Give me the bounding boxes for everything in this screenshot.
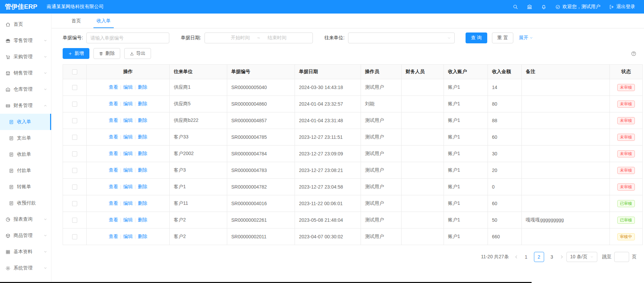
view-link[interactable]: 查看 [109, 117, 118, 123]
page-button-1[interactable]: 1 [521, 252, 531, 262]
user-welcome[interactable]: 欢迎您，测试用户 [555, 4, 600, 10]
view-link[interactable]: 查看 [109, 217, 118, 222]
export-button-label: 导出 [136, 50, 146, 57]
edit-link[interactable]: 编辑 [123, 234, 133, 239]
view-link[interactable]: 查看 [109, 184, 118, 189]
edit-link[interactable]: 编辑 [123, 184, 133, 189]
help-icon[interactable] [631, 51, 637, 57]
view-link[interactable]: 查看 [109, 167, 118, 173]
add-button[interactable]: 新增 [63, 48, 89, 59]
page-size-select[interactable]: 10 条/页 [566, 252, 597, 262]
row-checkbox[interactable] [72, 201, 77, 206]
view-link[interactable]: 查看 [109, 101, 118, 106]
chevron-left-icon[interactable] [514, 255, 518, 259]
row-delete-link[interactable]: 删除 [138, 217, 147, 222]
edit-link[interactable]: 编辑 [123, 217, 133, 222]
reset-button[interactable]: 重 置 [492, 32, 514, 43]
row-checkbox[interactable] [72, 85, 77, 90]
partner-select[interactable] [348, 32, 455, 43]
edit-link[interactable]: 编辑 [123, 151, 133, 156]
sidebar-item-report[interactable]: 报表查询 [0, 211, 51, 227]
row-checkbox[interactable] [72, 102, 77, 107]
view-link[interactable]: 查看 [109, 200, 118, 206]
table-row: 查看编辑删除客户2SR000000020112023-04-07 00:30:0… [63, 228, 643, 245]
sidebar-item-finance[interactable]: 财务管理 [0, 97, 51, 114]
row-delete-link[interactable]: 删除 [138, 167, 147, 173]
row-delete-link[interactable]: 删除 [138, 84, 147, 90]
app-logo: 管伊佳ERP [0, 2, 44, 11]
sidebar-item-sales[interactable]: 销售管理 [0, 65, 51, 81]
view-link[interactable]: 查看 [109, 84, 118, 90]
toolbar: 新增 删除 导出 [63, 48, 637, 59]
row-checkbox[interactable] [72, 151, 77, 156]
search-icon[interactable] [513, 4, 518, 9]
select-all-checkbox[interactable] [72, 69, 77, 74]
status-badge: 已审核 [617, 217, 635, 224]
page-button-3[interactable]: 3 [547, 252, 557, 262]
export-button[interactable]: 导出 [124, 48, 151, 59]
row-checkbox[interactable] [72, 184, 77, 190]
view-link[interactable]: 查看 [109, 234, 118, 239]
column-header: 操作员 [361, 65, 402, 79]
edit-link[interactable]: 编辑 [123, 101, 133, 106]
divider [121, 118, 121, 123]
row-delete-link[interactable]: 删除 [138, 151, 147, 156]
sidebar-item-warehouse[interactable]: 仓库管理 [0, 81, 51, 97]
edit-link[interactable]: 编辑 [123, 167, 133, 173]
row-checkbox[interactable] [72, 234, 77, 239]
tab-income[interactable]: 收入单 [93, 14, 114, 28]
chevron-right-icon[interactable] [560, 255, 564, 259]
cell-unit: 客户11 [170, 195, 227, 212]
cell-unit: 客户3 [170, 162, 227, 179]
row-delete-link[interactable]: 删除 [138, 134, 147, 139]
view-link[interactable]: 查看 [109, 151, 118, 156]
sidebar-item-retail[interactable]: 零售管理 [0, 32, 51, 49]
divider [135, 135, 135, 139]
sidebar-subitem-income[interactable]: 收入单 [0, 114, 51, 130]
cell-date: 2024-01-04 23:31:48 [295, 112, 361, 129]
view-link[interactable]: 查看 [109, 134, 118, 139]
sidebar-subitem-advance[interactable]: 收预付款 [0, 195, 51, 211]
bank-icon[interactable] [527, 4, 532, 9]
date-range-picker[interactable]: 开始时间 ~ 结束时间 [205, 32, 313, 43]
cell-account: 账户1 [444, 195, 488, 212]
shop-icon [5, 71, 10, 76]
expand-link[interactable]: 展开 [519, 35, 533, 41]
sidebar-item-goods[interactable]: 商品管理 [0, 227, 51, 244]
doc-number-input[interactable] [86, 32, 169, 43]
sidebar-subitem-transfer[interactable]: 转账单 [0, 179, 51, 195]
page-button-2[interactable]: 2 [534, 252, 544, 262]
tab-home[interactable]: 首页 [68, 14, 84, 28]
sidebar-item-purchase[interactable]: 采购管理 [0, 49, 51, 65]
delete-button[interactable]: 删除 [93, 48, 120, 59]
sidebar-subitem-payment[interactable]: 付款单 [0, 162, 51, 179]
sidebar-subitem-expense[interactable]: 支出单 [0, 130, 51, 146]
sidebar-item-system[interactable]: 系统管理 [0, 260, 51, 276]
row-delete-link[interactable]: 删除 [138, 234, 147, 239]
row-checkbox[interactable] [72, 135, 77, 140]
row-delete-link[interactable]: 删除 [138, 117, 147, 123]
jump-input[interactable] [614, 252, 629, 262]
row-checkbox[interactable] [72, 118, 77, 123]
logout-button[interactable]: 退出登录 [609, 4, 635, 10]
notification-bell-icon[interactable] [541, 4, 546, 9]
sidebar-item-basic[interactable]: 基本资料 [0, 244, 51, 260]
row-delete-link[interactable]: 删除 [138, 184, 147, 189]
row-delete-link[interactable]: 删除 [138, 200, 147, 206]
edit-link[interactable]: 编辑 [123, 200, 133, 206]
sidebar-item-home[interactable]: 首页 [0, 16, 51, 32]
row-checkbox[interactable] [72, 218, 77, 223]
cell-account: 账户1 [444, 79, 488, 96]
edit-link[interactable]: 编辑 [123, 134, 133, 139]
row-delete-link[interactable]: 删除 [138, 101, 147, 106]
chevron-down-icon [44, 250, 47, 254]
cell-amount: 50 [488, 212, 522, 228]
edit-link[interactable]: 编辑 [123, 84, 133, 90]
edit-link[interactable]: 编辑 [123, 117, 133, 123]
column-header: 单据编号 [227, 65, 295, 79]
chevron-down-icon [44, 234, 47, 237]
table-row: 查看编辑删除客户33SR000000047852023-12-27 23:11:… [63, 129, 643, 146]
row-checkbox[interactable] [72, 168, 77, 173]
search-button[interactable]: 查 询 [466, 32, 487, 43]
sidebar-subitem-receipt[interactable]: 收款单 [0, 146, 51, 162]
